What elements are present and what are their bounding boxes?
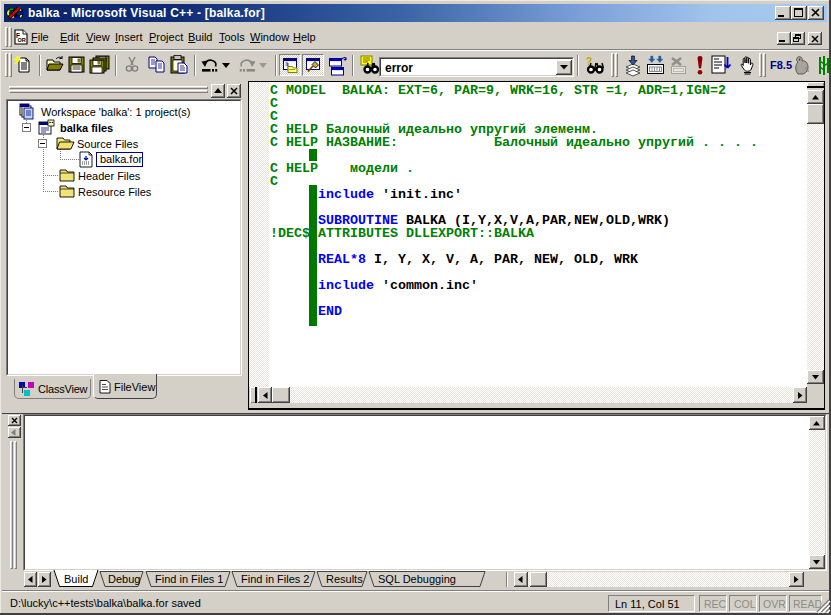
svg-text:SQL Debugging: SQL Debugging (378, 573, 456, 585)
svg-text:Find in Files 1: Find in Files 1 (155, 573, 223, 585)
svg-text:?: ? (586, 56, 592, 67)
svg-text:Debug: Debug (108, 573, 140, 585)
svg-text:Find in Files 2: Find in Files 2 (241, 573, 309, 585)
svg-text:Results: Results (326, 573, 363, 585)
svg-text:Build: Build (64, 573, 88, 585)
